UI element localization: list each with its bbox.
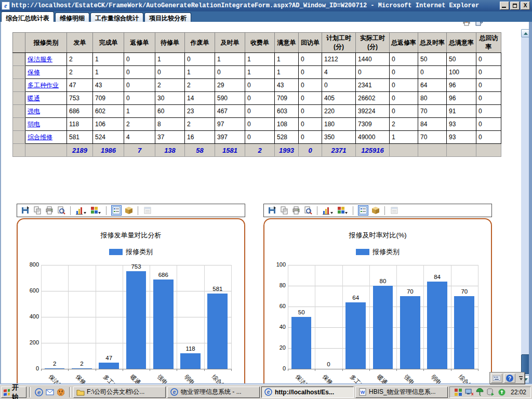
taskbar-window-2[interactable]: e物业管理信息系统 - ... [167,387,260,398]
category-cell: 强电 [25,105,67,118]
row-selector[interactable] [13,105,25,118]
value-cell: 93 [447,118,476,131]
value-cell: 709 [275,92,299,105]
row-selector[interactable] [13,92,25,105]
svg-text:e: e [173,389,176,395]
bar [400,296,420,369]
taskbar-window-3[interactable]: ehttp://localhost/Es... [261,387,354,398]
copy-icon[interactable] [280,206,289,215]
keyboard-icon[interactable] [491,374,502,383]
row-selector[interactable] [13,118,25,131]
bar [427,282,447,369]
network-offline-icon[interactable]: x [465,388,473,396]
window-title: http://localhost/EstateCK/FrameWork/Auto… [11,0,500,11]
value-cell: 96 [447,79,476,92]
value-cell: 0 [390,92,418,105]
value-cell: 1 [245,66,275,79]
category-link[interactable]: 强电 [28,108,40,115]
bar-slot: 64 [342,265,369,369]
value-cell: 43 [275,79,299,92]
print-icon[interactable] [291,206,301,215]
category-link[interactable]: 保洁服务 [28,56,52,63]
print-icon[interactable] [45,206,54,215]
value-cell: 1 [275,66,299,79]
value-cell: 1 [93,66,124,79]
x-category-label: 保洁服务 [294,373,315,383]
chart-title: 报修及时率对比(%) [264,231,491,240]
tab-4[interactable]: 项目比较分析 [144,12,191,22]
chart-type-icon[interactable] [75,206,87,215]
chart-right: 报修及时率对比(%)报修类别02040608010050保洁服务0保修64多工种… [263,218,492,383]
ie-icon: e [264,388,273,396]
value-cell: 0 [155,66,185,79]
properties-icon[interactable] [390,206,399,215]
x-category-label: 保修 [74,373,88,383]
tab-2[interactable]: 维修明细 [55,12,89,22]
row-selector[interactable] [13,53,25,66]
y-tick-label: 600 [19,287,39,294]
legend-swatch [109,249,123,255]
legend-label: 报修类别 [126,247,153,257]
category-link[interactable]: 综合维修 [28,134,52,141]
umbrella-icon[interactable] [476,388,484,396]
database-icon[interactable] [487,388,495,396]
bar-slot: 118 [177,265,204,369]
value-cell: 0 [245,105,275,118]
taskbar-window-1[interactable]: F:\公司公共文档\公... [73,387,166,398]
category-link[interactable]: 多工种作业 [28,82,59,89]
ie-icon[interactable]: e [35,388,43,396]
tiger-icon[interactable] [57,388,65,396]
update-icon[interactable] [498,388,506,396]
total-cell: 138 [155,144,185,157]
row-selector[interactable] [13,66,25,79]
chart-left: 报修发单量对比分析报修类别02004006008002保洁服务2保修47多工种作… [17,218,245,383]
row-selector[interactable] [13,131,25,144]
tab-1[interactable]: 综合汇总统计表 [1,11,54,22]
chart-type-icon[interactable] [322,206,334,215]
save-icon[interactable] [268,206,277,215]
value-cell: 2341 [356,79,390,92]
outlook-express-icon[interactable] [46,388,54,396]
preview-icon[interactable] [57,206,66,215]
bar-value-label: 84 [423,274,450,280]
value-cell: 4 [322,66,356,79]
help-icon[interactable]: ? [504,374,515,383]
minimize-button[interactable] [500,2,509,10]
cube-3d-icon[interactable] [371,206,380,215]
color-grid-icon[interactable] [454,388,462,396]
print-icon[interactable] [462,22,472,27]
legend-toggle-icon[interactable] [358,205,368,216]
color-palette-icon[interactable] [337,206,349,215]
bar [99,363,119,369]
value-cell: 70 [418,131,447,144]
category-link[interactable]: 暖通 [28,95,40,102]
color-palette-icon[interactable] [90,206,102,215]
language-bar-options[interactable] [519,376,523,380]
legend-toggle-icon[interactable] [111,205,122,216]
value-cell: 7309 [356,118,390,131]
restore-button[interactable] [510,2,520,10]
taskbar-window-4[interactable]: WHBIS_物业管理信息系... [355,387,448,398]
category-link[interactable]: 保修 [28,69,40,76]
chart-title: 报修发单量对比分析 [18,231,244,240]
column-header-2: 发单 [67,33,93,53]
tab-3[interactable]: 工作量综合统计 [90,12,143,22]
row-selector[interactable] [13,79,25,92]
cube-3d-icon[interactable] [124,206,134,215]
properties-icon[interactable] [143,206,152,215]
start-button[interactable]: 开始 [1,387,26,398]
preview-icon[interactable] [303,206,313,215]
export-icon[interactable] [475,22,484,27]
plot-area: 02004006008002保洁服务2保修47多工种作业753暖通686强电11… [41,265,231,369]
category-cell: 暖通 [25,92,67,105]
copy-icon[interactable] [33,206,42,215]
value-cell: 0 [476,53,501,66]
value-cell: 64 [418,79,447,92]
category-link[interactable]: 弱电 [28,121,40,128]
language-bar: ? [489,372,525,384]
value-cell: 753 [67,92,93,105]
save-icon[interactable] [21,206,30,215]
table-row: 保修21001011040001000 [13,66,501,79]
close-button[interactable]: X [521,2,530,10]
bar-value-label: 64 [342,295,369,301]
